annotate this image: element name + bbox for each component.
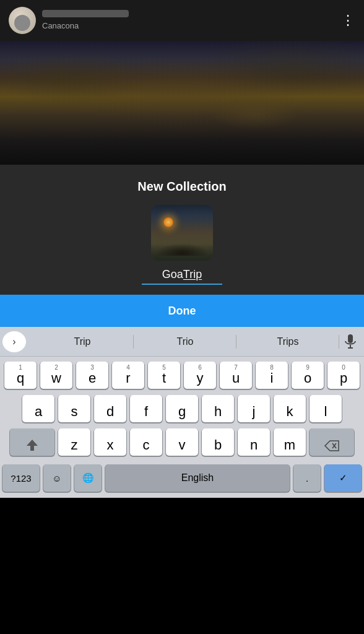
key-q[interactable]: 1 q	[4, 362, 37, 389]
key-z[interactable]: z	[58, 428, 90, 456]
key-r-number: 4	[126, 364, 130, 371]
key-b-label: b	[214, 438, 222, 452]
location: Canacona	[42, 21, 79, 30]
key-a[interactable]: a	[22, 395, 54, 422]
key-f[interactable]: f	[130, 395, 162, 422]
svg-rect-0	[348, 334, 353, 343]
key-d-label: d	[106, 405, 114, 419]
hero-image	[0, 41, 364, 165]
key-s-label: s	[71, 405, 78, 419]
key-e[interactable]: 3 e	[76, 362, 108, 389]
suggestion-trips[interactable]: Trips	[236, 336, 339, 347]
hero-clouds	[0, 41, 364, 165]
key-c-label: c	[143, 438, 150, 452]
key-u-number: 7	[234, 364, 238, 371]
keys-area: 1 q 2 w 3 e 4 r 5 t 6 y	[0, 357, 364, 464]
thumbnail-rocks	[156, 243, 208, 256]
keyboard: › Trip Trio Trips 1 q 2 w 3	[0, 327, 364, 498]
key-row-1: 1 q 2 w 3 e 4 r 5 t 6 y	[2, 362, 362, 389]
header-text: Canacona	[42, 10, 341, 31]
collection-name-goa: Goa	[162, 268, 183, 281]
key-p-label: p	[340, 371, 347, 385]
key-u-label: u	[232, 371, 240, 385]
key-o[interactable]: 9 o	[292, 362, 324, 389]
key-y[interactable]: 6 y	[184, 362, 216, 389]
key-h[interactable]: h	[202, 395, 234, 422]
key-k-label: k	[287, 405, 293, 419]
emoji-key[interactable]: ☺	[43, 464, 71, 492]
new-collection-dialog: New Collection Goa Trip	[0, 165, 364, 295]
key-e-number: 3	[90, 364, 94, 371]
key-c[interactable]: c	[130, 428, 162, 456]
key-n[interactable]: n	[238, 428, 270, 456]
key-t[interactable]: 5 t	[148, 362, 180, 389]
key-j[interactable]: j	[238, 395, 270, 422]
space-key[interactable]: English	[105, 464, 290, 492]
key-o-number: 9	[306, 364, 310, 371]
key-f-label: f	[144, 405, 148, 419]
shift-key[interactable]	[10, 428, 54, 456]
dialog-title: New Collection	[137, 180, 226, 194]
done-button[interactable]: Done	[0, 295, 364, 327]
key-s[interactable]: s	[58, 395, 90, 422]
key-d[interactable]: d	[94, 395, 126, 422]
key-l-label: l	[324, 405, 327, 419]
avatar-image	[14, 15, 30, 31]
expand-suggestions-button[interactable]: ›	[2, 331, 26, 352]
key-w-number: 2	[54, 364, 58, 371]
thumbnail-sun	[163, 217, 173, 227]
key-m-label: m	[284, 438, 295, 452]
key-n-label: n	[250, 438, 258, 452]
key-i[interactable]: 8 i	[256, 362, 288, 389]
name-underline	[142, 284, 222, 285]
key-b[interactable]: b	[202, 428, 234, 456]
key-y-number: 6	[198, 364, 202, 371]
username-bar	[42, 10, 129, 17]
key-w[interactable]: 2 w	[40, 362, 72, 389]
globe-key[interactable]: 🌐	[74, 464, 102, 492]
key-u[interactable]: 7 u	[220, 362, 252, 389]
key-x-label: x	[107, 438, 114, 452]
key-t-number: 5	[162, 364, 166, 371]
suggestion-trip[interactable]: Trip	[31, 336, 134, 347]
microphone-button[interactable]	[339, 331, 362, 353]
bottom-row: ?123 ☺ 🌐 English . ✓	[0, 464, 364, 498]
avatar	[9, 7, 36, 34]
key-q-label: q	[17, 371, 24, 385]
key-z-label: z	[71, 438, 78, 452]
backspace-key[interactable]	[310, 428, 354, 456]
key-x[interactable]: x	[94, 428, 126, 456]
key-i-number: 8	[270, 364, 274, 371]
suggestions-bar: › Trip Trio Trips	[0, 327, 364, 357]
suggestion-trio[interactable]: Trio	[134, 336, 236, 347]
key-v-label: v	[179, 438, 186, 452]
header: Canacona ⋮	[0, 0, 364, 41]
key-k[interactable]: k	[274, 395, 306, 422]
key-e-label: e	[89, 371, 96, 385]
key-o-label: o	[304, 371, 311, 385]
key-v[interactable]: v	[166, 428, 198, 456]
key-p-number: 0	[342, 364, 345, 371]
collection-thumbnail[interactable]	[151, 205, 213, 261]
numeric-key[interactable]: ?123	[2, 464, 40, 492]
key-q-number: 1	[19, 364, 22, 371]
key-m[interactable]: m	[274, 428, 306, 456]
key-i-label: i	[271, 371, 274, 385]
collection-name-row: Goa Trip	[162, 268, 202, 281]
key-r[interactable]: 4 r	[112, 362, 144, 389]
period-key[interactable]: .	[293, 464, 321, 492]
key-g[interactable]: g	[166, 395, 198, 422]
more-icon[interactable]: ⋮	[341, 12, 355, 28]
key-a-label: a	[35, 405, 42, 419]
key-row-2: a s d f g h j k l	[2, 395, 362, 422]
key-w-label: w	[51, 371, 61, 385]
key-y-label: y	[197, 371, 204, 385]
collection-name-trip: Trip	[183, 268, 202, 281]
done-check-key[interactable]: ✓	[324, 464, 362, 492]
key-t-label: t	[162, 371, 166, 385]
key-g-label: g	[178, 405, 186, 419]
key-r-label: r	[126, 371, 130, 385]
key-p[interactable]: 0 p	[327, 362, 360, 389]
key-l[interactable]: l	[310, 395, 342, 422]
key-j-label: j	[253, 405, 256, 419]
